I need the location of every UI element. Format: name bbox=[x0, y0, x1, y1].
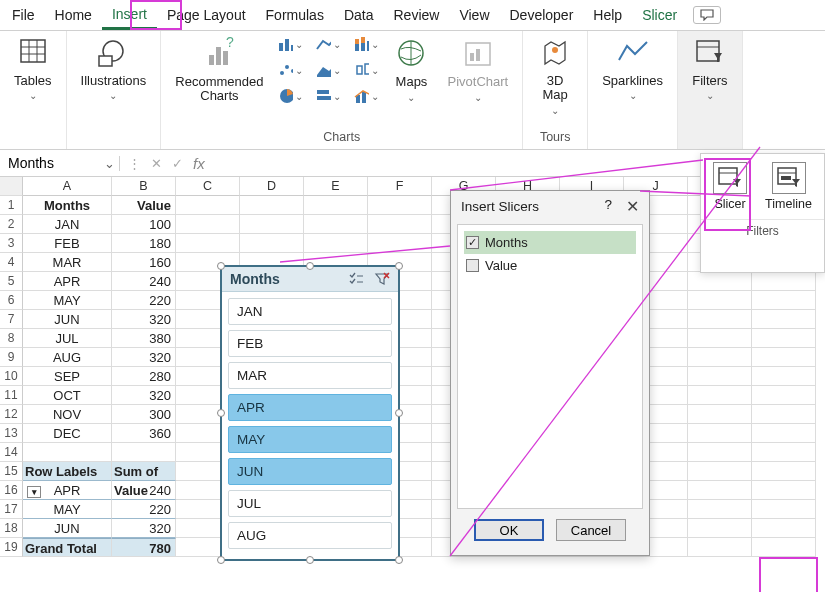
cell[interactable] bbox=[368, 234, 432, 253]
tab-insert[interactable]: Insert bbox=[102, 1, 157, 30]
cell[interactable] bbox=[688, 386, 752, 405]
cell[interactable]: JUL bbox=[23, 329, 112, 348]
column-header[interactable]: A bbox=[23, 177, 112, 196]
cell[interactable]: 160 bbox=[112, 253, 176, 272]
column-header[interactable]: D bbox=[240, 177, 304, 196]
cell[interactable]: 280 bbox=[112, 367, 176, 386]
cell[interactable]: 300 bbox=[112, 405, 176, 424]
comment-icon[interactable] bbox=[693, 6, 721, 24]
cell[interactable] bbox=[368, 215, 432, 234]
cell[interactable]: 220 bbox=[112, 291, 176, 310]
cell[interactable] bbox=[176, 234, 240, 253]
tab-help[interactable]: Help bbox=[583, 2, 632, 28]
column-header[interactable]: B bbox=[112, 177, 176, 196]
cell[interactable]: 320 bbox=[112, 310, 176, 329]
cancel-button[interactable]: Cancel bbox=[556, 519, 626, 541]
cell[interactable]: JUN bbox=[23, 519, 112, 538]
cell[interactable]: JUN bbox=[23, 310, 112, 329]
tab-home[interactable]: Home bbox=[45, 2, 102, 28]
cell[interactable] bbox=[688, 481, 752, 500]
cell[interactable]: 380 bbox=[112, 329, 176, 348]
column-header[interactable]: F bbox=[368, 177, 432, 196]
cell[interactable] bbox=[688, 462, 752, 481]
cell[interactable]: Months bbox=[23, 196, 112, 215]
row-header[interactable]: 4 bbox=[0, 253, 23, 272]
cell[interactable] bbox=[752, 519, 816, 538]
cell[interactable]: 180 bbox=[112, 234, 176, 253]
row-header[interactable]: 16 bbox=[0, 481, 23, 500]
fx-menu-icon[interactable]: ⋮ bbox=[128, 156, 141, 171]
cell[interactable] bbox=[688, 329, 752, 348]
cell[interactable]: 320 bbox=[112, 519, 176, 538]
cell[interactable] bbox=[688, 367, 752, 386]
cell[interactable]: DEC bbox=[23, 424, 112, 443]
dialog-titlebar[interactable]: Insert Slicers ? ✕ bbox=[451, 191, 649, 222]
cell[interactable] bbox=[112, 443, 176, 462]
tab-file[interactable]: File bbox=[2, 2, 45, 28]
cell[interactable] bbox=[304, 196, 368, 215]
cell[interactable] bbox=[688, 443, 752, 462]
cell[interactable] bbox=[752, 500, 816, 519]
cell[interactable] bbox=[304, 234, 368, 253]
field-checkbox[interactable]: Value bbox=[464, 254, 636, 277]
cell[interactable]: Row Labels▾ bbox=[23, 462, 112, 481]
cell[interactable]: Value bbox=[112, 196, 176, 215]
row-header[interactable]: 1 bbox=[0, 196, 23, 215]
cell[interactable]: 780 bbox=[112, 538, 176, 557]
fx-icon[interactable]: fx bbox=[193, 155, 205, 172]
cell[interactable] bbox=[752, 443, 816, 462]
slicer-item[interactable]: JAN bbox=[228, 298, 392, 325]
cell[interactable] bbox=[688, 519, 752, 538]
cell[interactable] bbox=[752, 291, 816, 310]
cell[interactable] bbox=[240, 234, 304, 253]
cell[interactable] bbox=[752, 367, 816, 386]
row-header[interactable]: 11 bbox=[0, 386, 23, 405]
help-icon[interactable]: ? bbox=[604, 197, 612, 216]
cell[interactable] bbox=[752, 538, 816, 557]
cell[interactable]: NOV bbox=[23, 405, 112, 424]
row-header[interactable]: 3 bbox=[0, 234, 23, 253]
column-header[interactable]: E bbox=[304, 177, 368, 196]
cell[interactable]: APR bbox=[23, 272, 112, 291]
slicer-item[interactable]: FEB bbox=[228, 330, 392, 357]
tab-slicer-context[interactable]: Slicer bbox=[632, 2, 687, 28]
cell[interactable] bbox=[752, 329, 816, 348]
combo-chart-button[interactable]: ⌄ bbox=[353, 86, 379, 106]
cell[interactable]: OCT bbox=[23, 386, 112, 405]
row-header[interactable]: 18 bbox=[0, 519, 23, 538]
multi-select-icon[interactable] bbox=[348, 272, 364, 286]
slicer-item[interactable]: JUN bbox=[228, 458, 392, 485]
cell[interactable]: 100 bbox=[112, 215, 176, 234]
cell[interactable] bbox=[752, 462, 816, 481]
tab-pagelayout[interactable]: Page Layout bbox=[157, 2, 256, 28]
enter-icon[interactable]: ✓ bbox=[172, 156, 183, 171]
cell[interactable] bbox=[752, 348, 816, 367]
cell[interactable]: 240 bbox=[112, 272, 176, 291]
tab-formulas[interactable]: Formulas bbox=[256, 2, 334, 28]
tab-developer[interactable]: Developer bbox=[500, 2, 584, 28]
tab-review[interactable]: Review bbox=[384, 2, 450, 28]
box-chart-button[interactable]: ⌄ bbox=[353, 60, 379, 80]
cell[interactable] bbox=[752, 386, 816, 405]
field-checkbox[interactable]: ✓Months bbox=[464, 231, 636, 254]
row-header[interactable]: 7 bbox=[0, 310, 23, 329]
cell[interactable] bbox=[176, 215, 240, 234]
filters-button[interactable]: Filters⌄ bbox=[688, 34, 732, 103]
cell[interactable] bbox=[752, 424, 816, 443]
slicer-item[interactable]: MAR bbox=[228, 362, 392, 389]
pivotchart-button[interactable]: PivotChart⌄ bbox=[443, 35, 512, 104]
cell[interactable] bbox=[240, 215, 304, 234]
cell[interactable]: MAY bbox=[23, 291, 112, 310]
cancel-icon[interactable]: ✕ bbox=[151, 156, 162, 171]
cell[interactable] bbox=[688, 348, 752, 367]
cell[interactable] bbox=[176, 196, 240, 215]
select-all[interactable] bbox=[0, 177, 23, 196]
tab-data[interactable]: Data bbox=[334, 2, 384, 28]
slicer-item[interactable]: APR bbox=[228, 394, 392, 421]
maps-button[interactable]: Maps⌄ bbox=[389, 35, 433, 104]
cell[interactable] bbox=[752, 272, 816, 291]
row-header[interactable]: 5 bbox=[0, 272, 23, 291]
cell[interactable] bbox=[368, 196, 432, 215]
cell[interactable] bbox=[688, 272, 752, 291]
sparklines-button[interactable]: Sparklines⌄ bbox=[598, 34, 667, 103]
